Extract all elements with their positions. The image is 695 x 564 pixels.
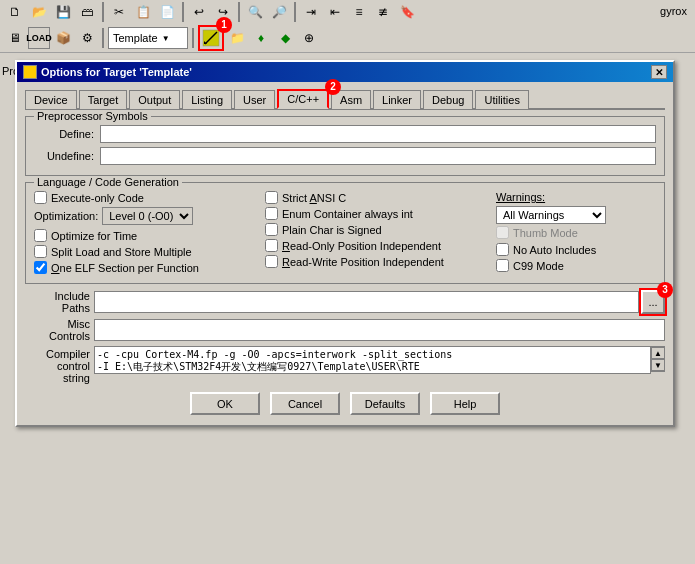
thumb-mode-checkbox[interactable] bbox=[496, 226, 509, 239]
include-browse-btn[interactable]: ... 3 bbox=[641, 290, 665, 314]
c99-mode-label: C99 Mode bbox=[513, 260, 564, 272]
open-btn[interactable]: 📂 bbox=[28, 1, 50, 23]
tab-debug-label: Debug bbox=[432, 94, 464, 106]
read-only-pos-row: Read-Only Position Independent bbox=[265, 239, 488, 252]
compiler-textarea[interactable]: -c -cpu Cortex-M4.fp -g -O0 -apcs=interw… bbox=[95, 347, 650, 373]
sep5 bbox=[102, 28, 104, 48]
no-auto-includes-checkbox[interactable] bbox=[496, 243, 509, 256]
split-load-label: Split Load and Store Multiple bbox=[51, 246, 192, 258]
help-button[interactable]: Help bbox=[430, 392, 500, 415]
build-btn[interactable]: 🖥 bbox=[4, 27, 26, 49]
save-all-btn[interactable]: 🗃 bbox=[76, 1, 98, 23]
optimize-time-checkbox[interactable] bbox=[34, 229, 47, 242]
tab-debug[interactable]: Debug bbox=[423, 90, 473, 109]
replace-btn[interactable]: 🔎 bbox=[268, 1, 290, 23]
undefine-input[interactable] bbox=[100, 147, 656, 165]
indent-btn[interactable]: ⇥ bbox=[300, 1, 322, 23]
execute-only-checkbox[interactable] bbox=[34, 191, 47, 204]
dialog-title: Options for Target 'Template' bbox=[41, 66, 192, 78]
save-btn[interactable]: 💾 bbox=[52, 1, 74, 23]
target-dropdown[interactable]: Options for Target 'Template' Template ▼ bbox=[108, 27, 188, 49]
dialog-close-btn[interactable]: ✕ bbox=[651, 65, 667, 79]
tab-device[interactable]: Device bbox=[25, 90, 77, 109]
toolbar-row-1: gyrox 🗋 📂 💾 🗃 ✂ 📋 📄 ↩ ↪ 🔍 🔎 ⇥ ⇤ ≡ ≢ 🔖 bbox=[0, 0, 695, 24]
enum-container-row: Enum Container always int bbox=[265, 207, 488, 220]
unindent-btn[interactable]: ⇤ bbox=[324, 1, 346, 23]
sep1 bbox=[102, 2, 104, 22]
optimization-label: Optimization: bbox=[34, 210, 98, 222]
strict-ansi-label: Strict ANSI C bbox=[282, 192, 346, 204]
new-btn[interactable]: 🗋 bbox=[4, 1, 26, 23]
tab-cpp[interactable]: C/C++ 2 bbox=[277, 89, 329, 109]
tab-listing-label: Listing bbox=[191, 94, 223, 106]
tab-utilities[interactable]: Utilities bbox=[475, 90, 528, 109]
manage-components-btn[interactable]: ♦ bbox=[250, 27, 272, 49]
ok-button[interactable]: OK bbox=[190, 392, 260, 415]
uncomment-btn[interactable]: ≢ bbox=[372, 1, 394, 23]
language-group: Language / Code Generation Execute-only … bbox=[25, 182, 665, 284]
sep3 bbox=[238, 2, 240, 22]
one-elf-checkbox[interactable] bbox=[34, 261, 47, 274]
copy-btn[interactable]: 📋 bbox=[132, 1, 154, 23]
tab-user[interactable]: User bbox=[234, 90, 275, 109]
one-elf-label: One ELF Section per Function bbox=[51, 262, 199, 274]
tab-target[interactable]: Target bbox=[79, 90, 128, 109]
compiler-row: Compilercontrolstring -c -cpu Cortex-M4.… bbox=[25, 346, 665, 384]
dialog-titlebar: Options for Target 'Template' ✕ bbox=[17, 62, 673, 82]
read-write-pos-label: Read-Write Position Independent bbox=[282, 256, 444, 268]
execute-only-row: Execute-only Code bbox=[34, 191, 257, 204]
split-load-checkbox[interactable] bbox=[34, 245, 47, 258]
tab-output[interactable]: Output bbox=[129, 90, 180, 109]
undo-btn[interactable]: ↩ bbox=[188, 1, 210, 23]
load-btn[interactable]: LOAD bbox=[28, 27, 50, 49]
options-btn[interactable]: ⚙ bbox=[76, 27, 98, 49]
plain-char-row: Plain Char is Signed bbox=[265, 223, 488, 236]
misc-controls-input[interactable] bbox=[94, 319, 665, 341]
read-write-pos-row: Read-Write Position Independent bbox=[265, 255, 488, 268]
debug-btn[interactable]: 📦 bbox=[52, 27, 74, 49]
include-section: IncludePaths ... 3 MiscControls bbox=[25, 290, 665, 342]
read-only-pos-checkbox[interactable] bbox=[265, 239, 278, 252]
comment-btn[interactable]: ≡ bbox=[348, 1, 370, 23]
compiler-control-label: Compilercontrolstring bbox=[25, 346, 90, 384]
lang-col-middle: Strict ANSI C Enum Container always int … bbox=[265, 191, 488, 277]
c99-mode-checkbox[interactable] bbox=[496, 259, 509, 272]
tab-linker[interactable]: Linker bbox=[373, 90, 421, 109]
tab-listing[interactable]: Listing bbox=[182, 90, 232, 109]
main-toolbar: gyrox 🗋 📂 💾 🗃 ✂ 📋 📄 ↩ ↪ 🔍 🔎 ⇥ ⇤ ≡ ≢ 🔖 🖥 … bbox=[0, 0, 695, 53]
sep6 bbox=[192, 28, 194, 48]
defaults-button[interactable]: Defaults bbox=[350, 392, 420, 415]
plain-char-checkbox[interactable] bbox=[265, 223, 278, 236]
scroll-down-btn[interactable]: ▼ bbox=[651, 359, 665, 371]
enum-container-checkbox[interactable] bbox=[265, 207, 278, 220]
dropdown-arrow: ▼ bbox=[162, 34, 170, 43]
misc-btn[interactable]: ⊕ bbox=[298, 27, 320, 49]
paste-btn[interactable]: 📄 bbox=[156, 1, 178, 23]
read-write-pos-checkbox[interactable] bbox=[265, 255, 278, 268]
thumb-mode-label: Thumb Mode bbox=[513, 227, 578, 239]
define-input[interactable] bbox=[100, 125, 656, 143]
lang-section: Execute-only Code Optimization: Level 0 … bbox=[34, 191, 656, 277]
tab-output-label: Output bbox=[138, 94, 171, 106]
warnings-select[interactable]: All Warnings No Warnings bbox=[496, 206, 606, 224]
tab-cpp-label: C/C++ bbox=[287, 93, 319, 105]
include-paths-row: IncludePaths ... 3 bbox=[25, 290, 665, 314]
toolbar-row-2: 🖥 LOAD 📦 ⚙ Options for Target 'Template'… bbox=[0, 24, 695, 52]
strict-ansi-checkbox[interactable] bbox=[265, 191, 278, 204]
cancel-button[interactable]: Cancel bbox=[270, 392, 340, 415]
include-paths-input[interactable] bbox=[94, 291, 639, 313]
strict-ansi-row: Strict ANSI C bbox=[265, 191, 488, 204]
language-group-label: Language / Code Generation bbox=[34, 176, 182, 188]
bookmarks-btn[interactable]: 🔖 bbox=[396, 1, 418, 23]
cut-btn[interactable]: ✂ bbox=[108, 1, 130, 23]
warnings-section-label: Warnings: bbox=[496, 191, 656, 203]
misc-controls-row: MiscControls bbox=[25, 318, 665, 342]
gyrox-label: gyrox bbox=[660, 5, 687, 17]
package-installer-btn[interactable]: ◆ bbox=[274, 27, 296, 49]
bottom-buttons: OK Cancel Defaults Help bbox=[25, 384, 665, 419]
optimization-select[interactable]: Level 0 (-O0) Level 1 (-O1) Level 2 (-O2… bbox=[102, 207, 193, 225]
annotation-3: 3 bbox=[657, 282, 673, 298]
compiler-scrollbar: ▲ ▼ bbox=[651, 346, 665, 372]
find-btn[interactable]: 🔍 bbox=[244, 1, 266, 23]
scroll-up-btn[interactable]: ▲ bbox=[651, 347, 665, 359]
